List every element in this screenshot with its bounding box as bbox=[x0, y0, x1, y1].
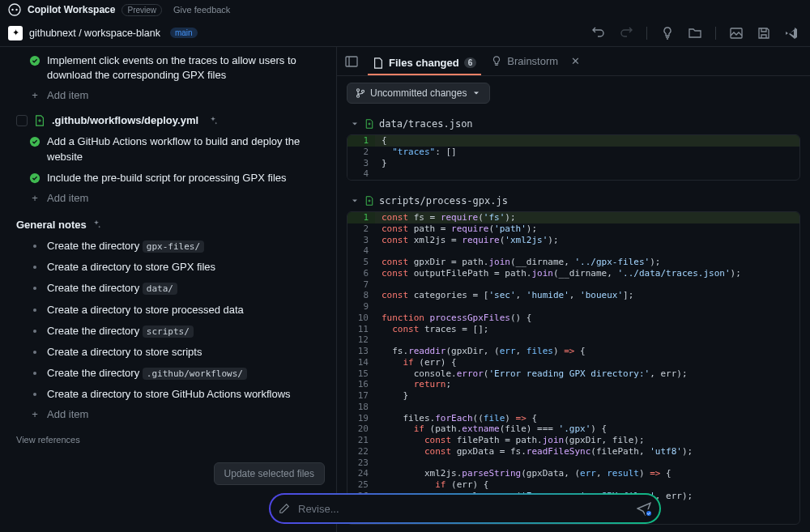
file-diff-header[interactable]: scripts/process-gpx.js bbox=[347, 190, 800, 211]
give-feedback-link[interactable]: Give feedback bbox=[173, 5, 230, 15]
image-icon[interactable] bbox=[730, 27, 743, 40]
file-diff-icon bbox=[373, 57, 384, 69]
bullet-icon bbox=[33, 266, 36, 269]
lightbulb-icon[interactable] bbox=[661, 27, 674, 40]
note-item[interactable]: Create a directory to store processed da… bbox=[0, 300, 336, 321]
note-item[interactable]: Create the directory gpx-files/ bbox=[0, 236, 336, 257]
svg-point-0 bbox=[9, 4, 20, 15]
plus-icon: + bbox=[29, 192, 40, 204]
tasks-panel: Implement click events on the traces to … bbox=[0, 47, 337, 532]
note-text: Create a directory to store GPX files bbox=[47, 260, 215, 275]
bullet-icon bbox=[33, 245, 36, 248]
file-path: scripts/process-gpx.js bbox=[379, 195, 508, 206]
app-title: Copilot Workspace bbox=[28, 4, 115, 15]
note-text: Create a directory to store processed da… bbox=[47, 303, 244, 317]
save-icon[interactable] bbox=[757, 27, 770, 40]
repo-avatar: ✦ bbox=[8, 26, 23, 40]
note-text: Create the directory gpx-files/ bbox=[47, 239, 204, 253]
undo-icon[interactable] bbox=[592, 27, 605, 40]
add-item-button[interactable]: + Add item bbox=[0, 405, 336, 427]
file-added-icon bbox=[34, 115, 45, 126]
chevron-down-icon bbox=[471, 88, 481, 98]
note-item[interactable]: Create a directory to store GitHub Actio… bbox=[0, 384, 336, 405]
note-item[interactable]: Create the directory .github/workflows/ bbox=[0, 363, 336, 384]
note-text: Create the directory .github/workflows/ bbox=[47, 366, 247, 381]
note-item[interactable]: Create the directory scripts/ bbox=[0, 321, 336, 342]
check-circle-icon bbox=[29, 172, 40, 184]
note-item[interactable]: Create a directory to store scripts bbox=[0, 342, 336, 363]
note-text: Create a directory to store GitHub Actio… bbox=[47, 387, 291, 402]
breadcrumb[interactable]: githubnext / workspace-blank bbox=[29, 28, 160, 39]
file-added-icon bbox=[364, 196, 374, 206]
note-text: Create a directory to store scripts bbox=[47, 345, 202, 360]
sparkle-icon[interactable] bbox=[92, 219, 101, 229]
folder-icon[interactable] bbox=[688, 27, 701, 40]
plus-icon: + bbox=[29, 408, 40, 420]
file-diff-header[interactable]: data/traces.json bbox=[347, 113, 800, 134]
svg-point-8 bbox=[357, 89, 360, 92]
checkbox[interactable] bbox=[16, 115, 28, 126]
files-count-badge: 6 bbox=[464, 57, 477, 68]
update-selected-files-button[interactable]: Update selected files bbox=[214, 462, 325, 485]
svg-point-2 bbox=[15, 9, 17, 11]
general-notes-heading: General notes bbox=[0, 211, 336, 236]
add-item-button[interactable]: + Add item bbox=[0, 86, 336, 108]
preview-badge: Preview bbox=[122, 4, 162, 16]
task-item[interactable]: Add a GitHub Actions workflow to build a… bbox=[0, 131, 336, 167]
code-diff: 1const fs = require('fs');2const path = … bbox=[347, 211, 800, 525]
svg-point-9 bbox=[357, 95, 360, 97]
branch-badge[interactable]: main bbox=[170, 28, 198, 38]
pencil-icon bbox=[279, 503, 290, 514]
sparkle-icon[interactable] bbox=[208, 116, 218, 126]
note-item[interactable]: Create the directory data/ bbox=[0, 278, 336, 299]
task-item[interactable]: Implement click events on the traces to … bbox=[0, 50, 336, 86]
vscode-icon[interactable] bbox=[785, 27, 798, 40]
task-item[interactable]: Include the pre-build script for process… bbox=[0, 168, 336, 189]
copilot-logo-icon bbox=[8, 3, 21, 16]
chevron-down-icon bbox=[350, 196, 360, 206]
revise-prompt-bar bbox=[269, 493, 661, 524]
tab-brainstorm[interactable]: Brainstorm bbox=[486, 52, 563, 70]
lightbulb-icon bbox=[491, 56, 502, 67]
check-circle-icon bbox=[29, 136, 40, 147]
note-item[interactable]: Create a directory to store GPX files bbox=[0, 257, 336, 278]
file-path: .github/workflows/deploy.yml bbox=[52, 114, 198, 126]
plus-icon: + bbox=[29, 89, 40, 101]
task-text: Implement click events on the traces to … bbox=[47, 53, 328, 83]
panel-layout-icon[interactable] bbox=[345, 55, 358, 68]
note-text: Create the directory scripts/ bbox=[47, 324, 194, 338]
tab-files-changed[interactable]: Files changed 6 bbox=[368, 53, 481, 75]
svg-rect-7 bbox=[346, 57, 357, 66]
file-section-header[interactable]: .github/workflows/deploy.yml bbox=[0, 108, 336, 131]
uncommitted-changes-dropdown[interactable]: Uncommitted changes bbox=[347, 83, 490, 104]
close-tab-icon[interactable]: ✕ bbox=[568, 55, 583, 67]
file-added-icon bbox=[364, 119, 374, 129]
view-references-link[interactable]: View references bbox=[0, 427, 336, 453]
task-text: Add a GitHub Actions workflow to build a… bbox=[47, 134, 328, 164]
bullet-icon bbox=[33, 287, 36, 290]
check-circle-icon bbox=[29, 55, 40, 66]
bullet-icon bbox=[33, 351, 36, 354]
send-icon[interactable] bbox=[637, 501, 651, 516]
chevron-down-icon bbox=[350, 119, 360, 129]
add-item-button[interactable]: + Add item bbox=[0, 189, 336, 211]
redo-icon[interactable] bbox=[620, 27, 633, 40]
bullet-icon bbox=[33, 372, 36, 375]
task-text: Include the pre-build script for process… bbox=[47, 171, 287, 185]
bullet-icon bbox=[33, 393, 36, 396]
bullet-icon bbox=[33, 330, 36, 333]
svg-point-1 bbox=[11, 9, 13, 11]
branch-icon bbox=[356, 88, 365, 98]
code-diff: 1{2 "traces": []3}4 bbox=[347, 134, 800, 181]
revise-input[interactable] bbox=[298, 503, 629, 515]
note-text: Create the directory data/ bbox=[47, 281, 177, 296]
bullet-icon bbox=[33, 309, 36, 312]
file-path: data/traces.json bbox=[379, 118, 473, 130]
svg-point-10 bbox=[362, 90, 364, 92]
